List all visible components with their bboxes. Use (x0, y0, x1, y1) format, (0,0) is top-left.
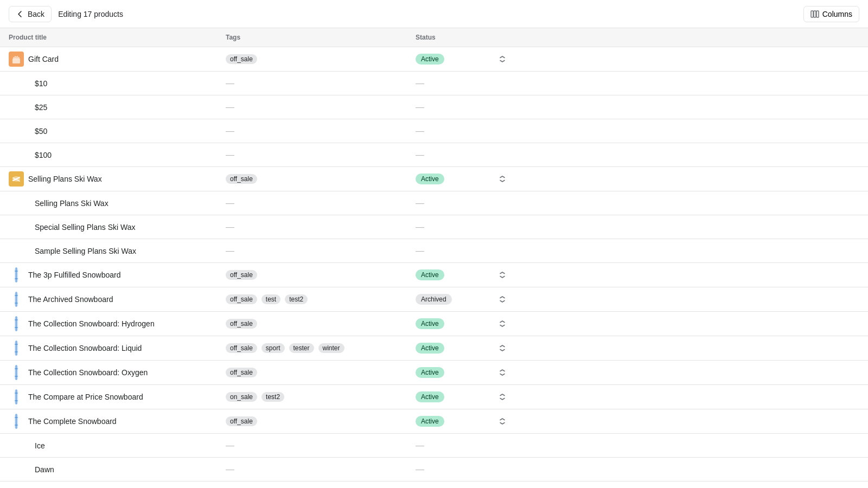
tag: off_sale (226, 416, 257, 426)
empty-dash: — (226, 441, 234, 451)
product-icon-snowboard (9, 267, 24, 282)
tags-cell: — (217, 74, 407, 93)
product-name: Gift Card (28, 55, 59, 63)
empty-dash: — (226, 246, 234, 256)
status-chevron-button[interactable] (498, 318, 507, 329)
status-cell-variant: — (407, 146, 515, 164)
product-name: Selling Plans Ski Wax (28, 175, 102, 183)
svg-rect-3 (12, 59, 20, 63)
tags-cell: off_saletesttest2 (217, 290, 407, 309)
variant-title-cell: $25 (0, 99, 217, 116)
status-badge: Active (416, 343, 444, 354)
table-row: The Complete Snowboard off_sale Active (0, 409, 868, 434)
variant-title-cell: Special Selling Plans Ski Wax (0, 219, 217, 236)
empty-dash: — (226, 126, 234, 136)
table-row: Dawn — — (0, 458, 868, 481)
editing-title: Editing 17 products (58, 10, 123, 18)
status-cell: Active (407, 338, 515, 358)
table-row: The Archived Snowboard off_saletesttest2… (0, 287, 868, 312)
column-product-title: Product title (0, 28, 217, 47)
variant-name: $100 (9, 151, 52, 159)
table-body: Gift Card off_sale Active $10 — — $25 (0, 47, 868, 488)
variant-name: $25 (9, 103, 47, 112)
svg-rect-27 (15, 389, 17, 404)
tag: off_sale (226, 174, 257, 184)
product-name: The Collection Snowboard: Liquid (28, 344, 142, 352)
tag: sport (261, 343, 285, 353)
svg-rect-15 (15, 316, 17, 331)
product-title-cell: The Collection Snowboard: Hydrogen (0, 312, 217, 336)
status-chevron-button[interactable] (498, 343, 507, 354)
status-chevron-button[interactable] (498, 367, 507, 378)
table-row: The Collection Snowboard: Liquid off_sal… (0, 336, 868, 361)
tags-cell: — (217, 484, 407, 489)
status-chevron-button[interactable] (498, 416, 507, 427)
tag: off_sale (226, 343, 257, 353)
empty-dash: — (226, 222, 234, 232)
status-chevron-button[interactable] (498, 294, 507, 305)
tag: tester (289, 343, 314, 353)
empty-dash: — (226, 198, 234, 208)
empty-dash: — (226, 465, 234, 474)
tags-cell: off_sale (217, 363, 407, 382)
product-name: The Archived Snowboard (28, 295, 113, 304)
tags-cell: — (217, 194, 407, 213)
status-cell: Active (407, 314, 515, 333)
status-cell-variant: — (407, 194, 515, 213)
status-badge: Active (416, 367, 444, 378)
table-row: The Compare at Price Snowboard on_salete… (0, 385, 868, 409)
product-icon-ski (9, 171, 24, 187)
status-cell-variant: — (407, 484, 515, 489)
product-name: The Collection Snowboard: Oxygen (28, 368, 148, 377)
status-cell-variant: — (407, 218, 515, 236)
status-chevron-button[interactable] (498, 54, 507, 65)
status-cell-variant: — (407, 74, 515, 93)
status-chevron-button[interactable] (498, 391, 507, 402)
status-cell: Active (407, 265, 515, 285)
column-status: Status (407, 28, 515, 47)
table-row: Sample Selling Plans Ski Wax — — (0, 239, 868, 263)
tags-cell: off_sale (217, 314, 407, 333)
variant-name: Selling Plans Ski Wax (9, 199, 108, 208)
svg-rect-4 (13, 57, 20, 59)
tags-cell: — (217, 122, 407, 140)
tags-cell: on_saletest2 (217, 388, 407, 406)
status-badge: Active (416, 391, 444, 402)
tag: test2 (285, 294, 308, 304)
status-cell: Active (407, 387, 515, 407)
product-icon-snowboard (9, 365, 24, 380)
status-chevron-button[interactable] (498, 174, 507, 184)
table-row: $50 — — (0, 119, 868, 143)
status-cell: Active (407, 49, 515, 69)
table-row: $100 — — (0, 143, 868, 167)
status-cell-variant: — (407, 122, 515, 140)
table-row: Selling Plans Ski Wax off_sale Active (0, 167, 868, 191)
tag: test2 (261, 392, 284, 402)
product-title-cell: The Collection Snowboard: Liquid (0, 336, 217, 360)
status-chevron-button[interactable] (498, 269, 507, 280)
empty-dash: — (226, 79, 234, 88)
variant-title-cell: $100 (0, 146, 217, 164)
product-title-cell: Gift Card (0, 47, 217, 71)
variant-name: $50 (9, 127, 47, 136)
product-icon-snowboard (9, 414, 24, 429)
tag: test (261, 294, 280, 304)
tags-cell: off_salesporttesterwinter (217, 339, 407, 357)
product-title-cell: The Archived Snowboard (0, 287, 217, 311)
svg-rect-19 (15, 341, 17, 356)
table-row: Special Selling Plans Ski Wax — — (0, 215, 868, 239)
product-title-cell: Selling Plans Ski Wax (0, 167, 217, 191)
product-icon-snowboard (9, 341, 24, 356)
table-row: The Collection Snowboard: Hydrogen off_s… (0, 312, 868, 336)
columns-button[interactable]: Columns (803, 6, 859, 22)
product-name: The Complete Snowboard (28, 417, 117, 426)
status-badge: Active (416, 174, 444, 184)
variant-title-cell: Dawn (0, 461, 217, 478)
back-button[interactable]: Back (9, 6, 52, 22)
variant-title-cell: $50 (0, 123, 217, 140)
product-name: The Collection Snowboard: Hydrogen (28, 319, 155, 328)
columns-label: Columns (822, 10, 852, 18)
status-cell-variant: — (407, 242, 515, 260)
status-badge: Archived (416, 294, 452, 305)
svg-rect-1 (814, 11, 816, 17)
